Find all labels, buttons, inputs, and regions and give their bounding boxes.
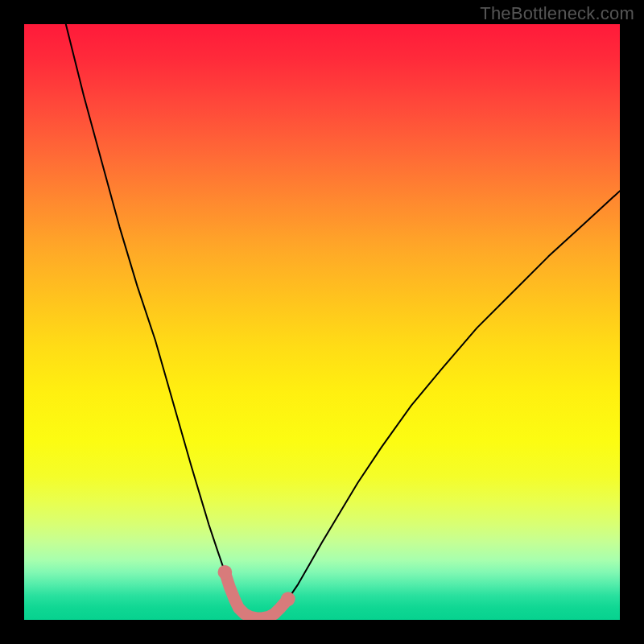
chart-frame: TheBottleneck.com [0, 0, 644, 644]
min-region-left-end [218, 565, 233, 580]
watermark-text: TheBottleneck.com [480, 3, 634, 24]
bottleneck-curve [66, 24, 620, 618]
min-region-right-end [281, 592, 295, 606]
min-region-band [225, 572, 287, 618]
curve-layer [24, 24, 620, 620]
plot-area [24, 24, 620, 620]
